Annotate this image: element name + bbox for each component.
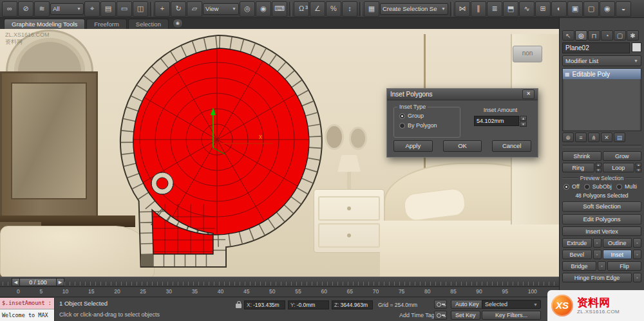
layer-manager-icon[interactable]: ≣: [487, 1, 502, 17]
bridge-button[interactable]: Bridge: [562, 261, 596, 271]
current-frame-indicator[interactable]: 0 / 100: [20, 278, 56, 286]
macro-recorder-pane[interactable]: $.insetAmount :: [0, 298, 54, 309]
time-slider-ruler[interactable]: ◀ 0 / 100 ▶: [0, 277, 559, 287]
select-and-move-icon[interactable]: +: [155, 1, 170, 17]
unlink-selection-icon[interactable]: ⊘: [18, 1, 33, 17]
align-icon[interactable]: ∥: [471, 1, 486, 17]
select-and-link-icon[interactable]: ∞: [2, 1, 17, 17]
spinner-down-icon[interactable]: ▼: [596, 168, 601, 172]
ok-button[interactable]: OK: [443, 140, 482, 152]
remove-modifier-icon[interactable]: ✕: [601, 133, 612, 142]
stack-item-editable-poly[interactable]: ▦ Editable Poly: [563, 69, 641, 79]
render-iterative-icon[interactable]: ◒: [616, 1, 631, 17]
ring-spinner[interactable]: ▲▼: [596, 163, 601, 172]
use-pivot-center-icon[interactable]: ◎: [240, 1, 255, 17]
edit-polygons-rollout[interactable]: Edit Polygons: [562, 214, 641, 225]
select-object-icon[interactable]: ⌖: [84, 1, 100, 17]
inset-type-group-radio[interactable]: Group: [399, 113, 437, 119]
add-time-tag[interactable]: Add Time Tag: [399, 312, 435, 318]
object-name-field[interactable]: Plane02: [562, 42, 630, 53]
selection-lock-icon[interactable]: [236, 304, 242, 308]
modifier-list-dropdown[interactable]: Modifier List▼: [562, 55, 641, 66]
key-filters-button[interactable]: Key Filters...: [482, 311, 541, 320]
insert-vertex-button[interactable]: Insert Vertex: [562, 226, 641, 236]
selection-set-key-dropdown[interactable]: Selected▼: [482, 300, 541, 309]
rectangular-selection-region-icon[interactable]: ▭: [117, 1, 132, 17]
outline-settings-button[interactable]: ▫: [633, 238, 641, 248]
display-tab[interactable]: ▢: [614, 30, 626, 41]
dialog-titlebar[interactable]: Inset Polygons ✕: [387, 89, 538, 100]
x-coordinate-field[interactable]: X:-193.435m: [244, 300, 285, 309]
inset-button[interactable]: Inset: [603, 250, 632, 259]
selection-filter-dropdown[interactable]: All▼: [50, 3, 84, 15]
track-bar[interactable]: 0510152025303540455055606570758085909510…: [0, 288, 559, 297]
motion-tab[interactable]: ◔: [601, 30, 613, 41]
soft-selection-rollout[interactable]: Soft Selection: [562, 201, 641, 212]
time-slider-handle[interactable]: ◀ 0 / 100 ▶: [12, 278, 64, 286]
hinge-from-edge-settings-button[interactable]: ▫: [633, 273, 641, 282]
select-by-name-icon[interactable]: ▤: [100, 1, 116, 17]
keyboard-shortcut-override-icon[interactable]: ⌨: [272, 1, 287, 17]
apply-button[interactable]: Apply: [393, 140, 433, 152]
tab-freeform[interactable]: Freeform: [86, 19, 127, 29]
extrude-button[interactable]: Extrude: [562, 238, 592, 248]
schematic-view-icon[interactable]: ⊞: [535, 1, 551, 17]
select-and-manipulate-icon[interactable]: ◉: [256, 1, 271, 17]
select-and-rotate-icon[interactable]: ↻: [171, 1, 186, 17]
cancel-button[interactable]: Cancel: [492, 140, 531, 152]
loop-spinner[interactable]: ▲▼: [636, 163, 641, 172]
next-frame-button[interactable]: ▶: [56, 278, 64, 286]
previous-frame-button[interactable]: ◀: [12, 278, 20, 286]
viewport[interactable]: ZL.XS1616.COM 资料网 non: [0, 29, 560, 277]
dialog-close-button[interactable]: ✕: [522, 89, 535, 99]
tab-graphite-modeling-tools[interactable]: Graphite Modeling Tools: [4, 19, 85, 29]
maxscript-listener-pane[interactable]: Welcome to MAX: [0, 309, 54, 321]
mirror-icon[interactable]: ⋈: [455, 1, 470, 17]
window-crossing-icon[interactable]: ◫: [133, 1, 148, 17]
hinge-from-edge-button[interactable]: Hinge From Edge: [562, 273, 632, 282]
set-key-button[interactable]: Set Key: [451, 311, 480, 320]
render-setup-icon[interactable]: ▣: [567, 1, 583, 17]
edit-named-selection-sets-icon[interactable]: ▦: [364, 1, 379, 17]
spinner-up-icon[interactable]: ▲: [520, 116, 527, 121]
preview-selection-subobj-radio[interactable]: SubObj: [584, 183, 612, 190]
spinner-down-icon[interactable]: ▼: [636, 168, 641, 172]
outline-button[interactable]: Outline: [603, 238, 632, 248]
inset-amount-spinner[interactable]: ▲▼: [520, 116, 527, 127]
z-coordinate-field[interactable]: Z:3644.963m: [332, 300, 373, 309]
ribbon-minimize-button[interactable]: ◉: [173, 19, 183, 28]
snaps-toggle-icon[interactable]: Ω3: [294, 1, 309, 17]
named-selection-sets-dropdown[interactable]: Create Selection Se▼: [380, 3, 448, 15]
spinner-up-icon[interactable]: ▲: [636, 163, 641, 167]
hierarchy-tab[interactable]: ⊓: [588, 30, 600, 41]
create-tab[interactable]: ↖: [562, 30, 574, 41]
ring-button[interactable]: Ring: [562, 163, 594, 172]
percent-snap-icon[interactable]: %: [326, 1, 341, 17]
show-end-result-icon[interactable]: ≡: [575, 133, 587, 142]
flip-button[interactable]: Flip: [607, 261, 641, 271]
viewcube[interactable]: non: [513, 46, 542, 62]
spinner-up-icon[interactable]: ▲: [596, 163, 601, 167]
modify-tab[interactable]: ◎: [575, 30, 587, 41]
angle-snap-icon[interactable]: ∠: [310, 1, 325, 17]
pin-stack-icon[interactable]: ⊕: [562, 133, 574, 142]
configure-modifier-sets-icon[interactable]: ▤: [614, 133, 625, 142]
object-color-swatch[interactable]: [632, 42, 641, 52]
shrink-button[interactable]: Shrink: [562, 151, 601, 161]
preview-selection-multi-radio[interactable]: Multi: [616, 183, 637, 190]
bevel-button[interactable]: Bevel: [562, 250, 592, 259]
extrude-settings-button[interactable]: ▫: [593, 238, 601, 248]
reference-coordinate-dropdown[interactable]: View▼: [203, 3, 239, 15]
modifier-stack[interactable]: ▦ Editable Poly: [562, 68, 641, 131]
loop-button[interactable]: Loop: [603, 163, 635, 172]
rendered-frame-window-icon[interactable]: ▢: [583, 1, 599, 17]
auto-key-button[interactable]: Auto Key: [451, 300, 484, 309]
grow-button[interactable]: Grow: [603, 151, 642, 161]
bevel-settings-button[interactable]: ▫: [593, 250, 601, 259]
preview-selection-off-radio[interactable]: Off: [564, 183, 580, 190]
tab-selection[interactable]: Selection: [128, 19, 169, 29]
set-keys-icon-button[interactable]: [434, 300, 447, 309]
bind-to-space-warp-icon[interactable]: ≋: [34, 1, 50, 17]
set-key-mode-icon-button[interactable]: [434, 311, 447, 320]
graphite-modeling-toggle-icon[interactable]: ⬒: [503, 1, 518, 17]
